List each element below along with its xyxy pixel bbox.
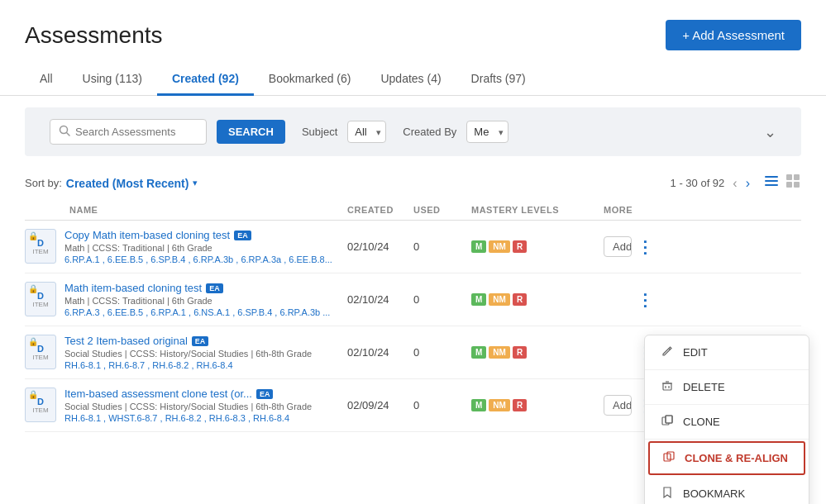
badge-remedial: R xyxy=(513,346,527,359)
lock-icon: 🔒 xyxy=(28,390,38,399)
more-options-button[interactable]: ⋮ xyxy=(637,290,653,310)
search-wrapper xyxy=(50,119,207,145)
row-tags[interactable]: 6.RP.A.3 , 6.EE.B.5 , 6.RP.A.1 , 6.NS.A.… xyxy=(64,307,330,317)
tab-created[interactable]: Created (92) xyxy=(157,64,254,96)
assessment-icon: 🔒 D ITEM xyxy=(25,229,56,264)
table-area: NAME CREATED USED MASTERY LEVELS MORE 🔒 … xyxy=(0,200,826,432)
edit-label: EDIT xyxy=(683,346,708,359)
page-header: Assessments + Add Assessment xyxy=(0,0,826,64)
mastery-badges: M NM R xyxy=(471,346,604,359)
list-view-button[interactable] xyxy=(763,173,780,193)
dropdown-clone-realign-button[interactable]: CLONE & RE-ALIGN xyxy=(648,441,805,475)
row-tags[interactable]: 6.RP.A.1 , 6.EE.B.5 , 6.SP.B.4 , 6.RP.A.… xyxy=(64,254,332,264)
ea-badge: EA xyxy=(206,283,223,293)
ea-badge: EA xyxy=(256,389,274,399)
dropdown-clone-button[interactable]: CLONE xyxy=(645,405,809,440)
sort-by-value[interactable]: Created (Most Recent) xyxy=(66,177,189,190)
subject-select[interactable]: All xyxy=(347,121,386,143)
badge-mastery: M xyxy=(471,346,486,359)
row-name-cell: 🔒 D ITEM Test 2 Item-based original EA S… xyxy=(25,335,347,370)
add-assessment-button[interactable]: + Add Assessment xyxy=(666,20,801,50)
row-name-cell: 🔒 D ITEM Math item-based cloning test EA… xyxy=(25,282,347,317)
svg-rect-9 xyxy=(663,383,671,390)
table-row: 🔒 D ITEM Math item-based cloning test EA… xyxy=(25,273,801,326)
row-tags[interactable]: RH.6-8.1 , RH.6-8.7 , RH.6-8.2 , RH.6-8.… xyxy=(64,360,312,370)
badge-remedial: R xyxy=(513,240,527,253)
grid-view-button[interactable] xyxy=(785,173,801,193)
table-row: 🔒 D ITEM Test 2 Item-based original EA S… xyxy=(25,326,801,379)
assessment-title[interactable]: Item-based assessment clone test (or... … xyxy=(64,388,312,400)
svg-rect-15 xyxy=(666,416,672,423)
svg-rect-6 xyxy=(794,174,800,180)
more-options-button[interactable]: ⋮ xyxy=(637,237,653,257)
svg-rect-2 xyxy=(765,176,778,178)
table-row: 🔒 D ITEM Copy Math item-based cloning te… xyxy=(25,221,801,273)
badge-near-mastery: NM xyxy=(489,240,510,253)
dropdown-bookmark-button[interactable]: BOOKMARK xyxy=(645,477,809,504)
col-header-name: NAME xyxy=(25,205,347,215)
row-used-count: 0 xyxy=(413,399,471,411)
assessment-title[interactable]: Math item-based cloning test EA xyxy=(64,282,330,294)
badge-mastery: M xyxy=(471,240,486,253)
dropdown-edit-button[interactable]: EDIT xyxy=(645,335,809,370)
dropdown-delete-button[interactable]: DELETE xyxy=(645,370,809,405)
add-dropdown[interactable]: Add ▾ xyxy=(604,236,632,257)
tab-using[interactable]: Using (113) xyxy=(68,64,157,96)
created-by-label: Created By xyxy=(403,126,456,138)
sort-by-area: Sort by: Created (Most Recent) ▾ xyxy=(25,177,198,190)
row-more-cell: ⋮ xyxy=(604,290,653,310)
svg-rect-7 xyxy=(786,182,792,188)
svg-rect-3 xyxy=(765,180,778,182)
assessment-title[interactable]: Test 2 Item-based original EA xyxy=(64,335,312,347)
subject-select-wrapper: All xyxy=(347,121,386,143)
mastery-badges: M NM R xyxy=(471,399,604,411)
badge-near-mastery: NM xyxy=(489,293,510,306)
filter-expand-button[interactable]: ⌄ xyxy=(764,123,776,141)
add-dropdown-label: Add xyxy=(604,396,632,415)
bookmark-icon xyxy=(660,487,675,501)
sort-by-label: Sort by: xyxy=(25,177,62,189)
row-created-date: 02/09/24 xyxy=(347,399,413,411)
table-header: NAME CREATED USED MASTERY LEVELS MORE xyxy=(25,200,801,221)
tab-updates[interactable]: Updates (4) xyxy=(365,64,456,96)
more-options-dropdown: EDIT DELETE xyxy=(644,335,809,504)
edit-icon xyxy=(660,345,675,359)
row-name-cell: 🔒 D ITEM Item-based assessment clone tes… xyxy=(25,388,347,423)
search-button[interactable]: SEARCH xyxy=(217,120,285,144)
pagination-area: 1 - 30 of 92 ‹ › xyxy=(671,173,801,193)
tab-all[interactable]: All xyxy=(25,64,68,96)
row-used-count: 0 xyxy=(413,240,471,253)
add-dropdown-label: Add xyxy=(604,237,632,256)
assessment-icon: 🔒 D ITEM xyxy=(25,282,56,316)
row-created-date: 02/10/24 xyxy=(347,240,413,253)
lock-icon: 🔒 xyxy=(28,284,38,293)
created-by-select[interactable]: Me xyxy=(466,121,508,143)
delete-label: DELETE xyxy=(683,381,725,393)
sort-caret-icon[interactable]: ▾ xyxy=(193,178,198,188)
col-header-created: CREATED xyxy=(347,205,413,215)
search-input[interactable] xyxy=(75,126,183,138)
search-icon xyxy=(59,125,70,139)
svg-line-1 xyxy=(67,133,70,136)
row-meta: Social Studies | CCSS: History/Social St… xyxy=(64,402,312,411)
add-dropdown[interactable]: Add ▾ xyxy=(604,395,632,416)
assessment-title[interactable]: Copy Math item-based cloning test EA xyxy=(64,229,332,241)
clone-realign-icon xyxy=(661,451,676,465)
row-meta: Math | CCSS: Traditional | 6th Grade xyxy=(64,296,330,306)
row-name-cell: 🔒 D ITEM Copy Math item-based cloning te… xyxy=(25,229,347,264)
row-tags[interactable]: RH.6-8.1 , WHST.6-8.7 , RH.6-8.2 , RH.6-… xyxy=(64,413,312,423)
pagination-text: 1 - 30 of 92 xyxy=(671,177,725,189)
row-used-count: 0 xyxy=(413,293,471,306)
mastery-badges: M NM R xyxy=(471,240,604,253)
tab-bookmarked[interactable]: Bookmarked (6) xyxy=(254,64,366,96)
badge-remedial: R xyxy=(513,399,527,411)
pagination-prev-button[interactable]: ‹ xyxy=(733,176,737,191)
assessment-icon: 🔒 D ITEM xyxy=(25,388,56,422)
pagination-next-button[interactable]: › xyxy=(746,176,750,191)
row-created-date: 02/10/24 xyxy=(347,346,413,359)
tab-drafts[interactable]: Drafts (97) xyxy=(456,64,541,96)
row-used-count: 0 xyxy=(413,346,471,359)
view-toggle xyxy=(763,173,801,193)
ea-badge: EA xyxy=(234,231,251,240)
clone-label: CLONE xyxy=(683,416,720,428)
